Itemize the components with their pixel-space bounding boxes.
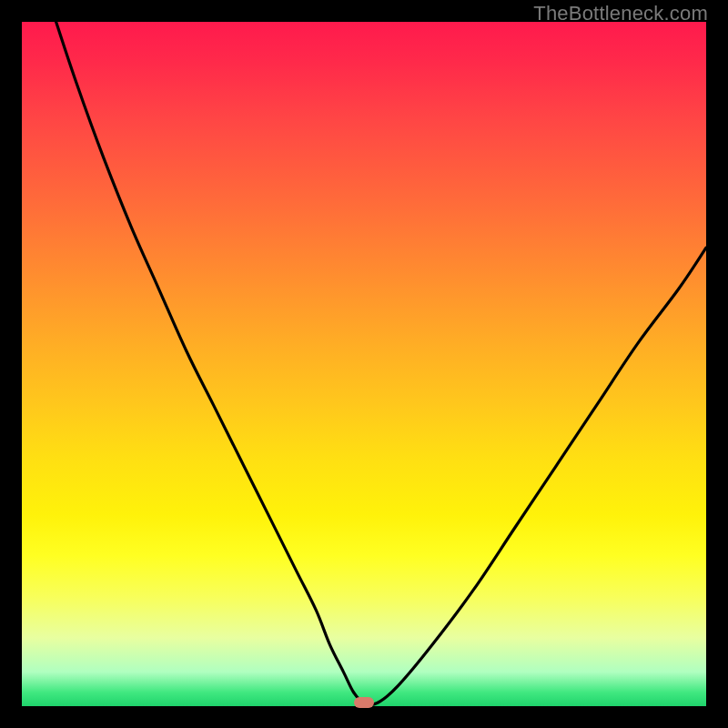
minimum-marker	[354, 697, 374, 708]
bottleneck-curve	[56, 22, 706, 704]
curve-svg	[22, 22, 706, 706]
chart-frame	[18, 18, 710, 710]
watermark-text: TheBottleneck.com	[533, 2, 708, 25]
